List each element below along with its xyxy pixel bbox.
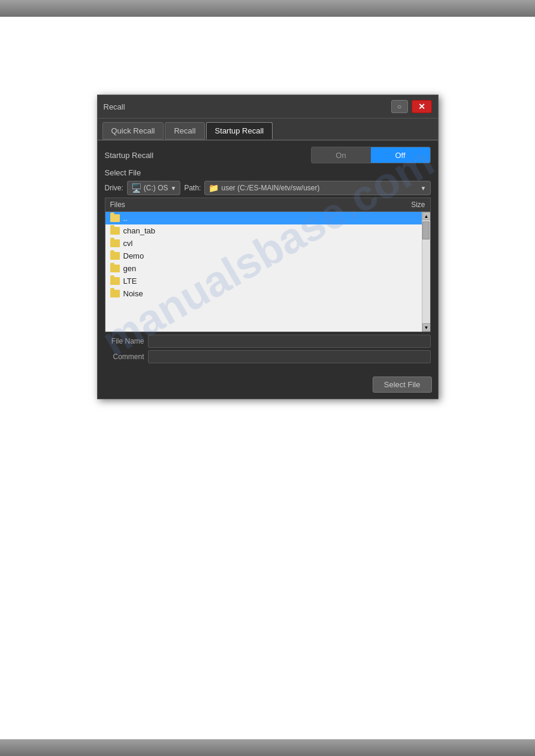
minimize-button[interactable]: ○ — [391, 100, 408, 113]
drive-chevron-icon: ▼ — [171, 185, 177, 192]
drive-path-row: Drive: 🖥️ (C:) OS ▼ Path: 📁 user (C:/ES-… — [105, 181, 431, 195]
select-file-section-label: Select File — [105, 168, 431, 177]
scroll-thumb[interactable] — [422, 221, 430, 239]
file-item-name: .. — [123, 214, 128, 223]
comment-label: Comment — [105, 353, 148, 361]
startup-recall-row: Startup Recall On Off — [105, 147, 431, 163]
list-item[interactable]: .. — [105, 212, 430, 224]
drive-dropdown[interactable]: 🖥️ (C:) OS ▼ — [127, 181, 181, 195]
list-item[interactable]: LTE — [105, 275, 430, 287]
folder-icon — [110, 214, 120, 222]
comment-row: Comment — [105, 350, 431, 363]
tab-startup-recall[interactable]: Startup Recall — [206, 122, 273, 139]
recall-dialog: Recall ○ ✕ Quick Recall Recall Startup R… — [97, 95, 439, 399]
file-list-container: Files Size .. chan_tab — [105, 198, 431, 332]
tab-quick-recall[interactable]: Quick Recall — [102, 122, 164, 139]
drive-label: Drive: — [105, 184, 123, 192]
file-item-name: Noise — [123, 289, 143, 298]
scrollbar[interactable]: ▲ ▼ — [422, 212, 430, 332]
list-item[interactable]: Noise — [105, 287, 430, 300]
page-content: Recall ○ ✕ Quick Recall Recall Startup R… — [0, 17, 535, 739]
file-name-label: File Name — [105, 337, 148, 345]
toggle-off-button[interactable]: Off — [371, 147, 430, 163]
folder-icon — [110, 265, 120, 272]
path-chevron-icon: ▼ — [421, 185, 427, 192]
toggle-on-button[interactable]: On — [312, 147, 371, 163]
folder-icon — [110, 227, 120, 235]
dialog-titlebar: Recall ○ ✕ — [98, 95, 438, 119]
file-name-row: File Name — [105, 335, 431, 348]
path-value: user (C:/ES-MAIN/etv/sw/user) — [221, 184, 418, 192]
path-display: 📁 user (C:/ES-MAIN/etv/sw/user) ▼ — [204, 181, 430, 195]
startup-recall-label: Startup Recall — [105, 151, 154, 160]
folder-icon — [110, 290, 120, 297]
list-item[interactable]: chan_tab — [105, 224, 430, 237]
file-list-header: Files Size — [105, 198, 430, 212]
file-list-scroll-area[interactable]: .. chan_tab cvl Demo — [105, 212, 430, 332]
list-item[interactable]: Demo — [105, 250, 430, 262]
folder-icon — [110, 252, 120, 260]
tab-bar: Quick Recall Recall Startup Recall — [98, 119, 438, 141]
scroll-up-button[interactable]: ▲ — [422, 212, 430, 220]
file-item-name: chan_tab — [123, 226, 156, 235]
select-file-button[interactable]: Select File — [373, 377, 432, 393]
file-item-name: cvl — [123, 239, 133, 248]
close-button[interactable]: ✕ — [412, 100, 432, 113]
bottom-bar — [0, 739, 535, 756]
titlebar-controls: ○ ✕ — [391, 100, 432, 113]
tab-recall[interactable]: Recall — [165, 122, 204, 139]
list-item[interactable]: cvl — [105, 237, 430, 250]
folder-icon — [110, 277, 120, 285]
folder-icon — [110, 239, 120, 247]
file-item-name: Demo — [123, 251, 144, 260]
drive-value: (C:) OS — [144, 184, 168, 192]
dialog-body: Startup Recall On Off Select File Drive:… — [98, 141, 438, 373]
file-item-name: gen — [123, 264, 137, 273]
col-size-header: Size — [411, 201, 425, 209]
file-name-input[interactable] — [148, 335, 431, 348]
top-bar — [0, 0, 535, 17]
dialog-footer: Select File — [98, 373, 438, 399]
file-list-body[interactable]: .. chan_tab cvl Demo — [105, 212, 430, 332]
scroll-down-button[interactable]: ▼ — [422, 323, 430, 332]
path-label: Path: — [184, 184, 201, 192]
scroll-track — [422, 220, 430, 323]
col-files-header: Files — [110, 201, 125, 209]
list-item[interactable]: gen — [105, 262, 430, 275]
comment-input[interactable] — [148, 350, 431, 363]
toggle-group: On Off — [311, 147, 431, 163]
file-item-name: LTE — [123, 277, 137, 286]
dialog-title: Recall — [104, 102, 125, 111]
